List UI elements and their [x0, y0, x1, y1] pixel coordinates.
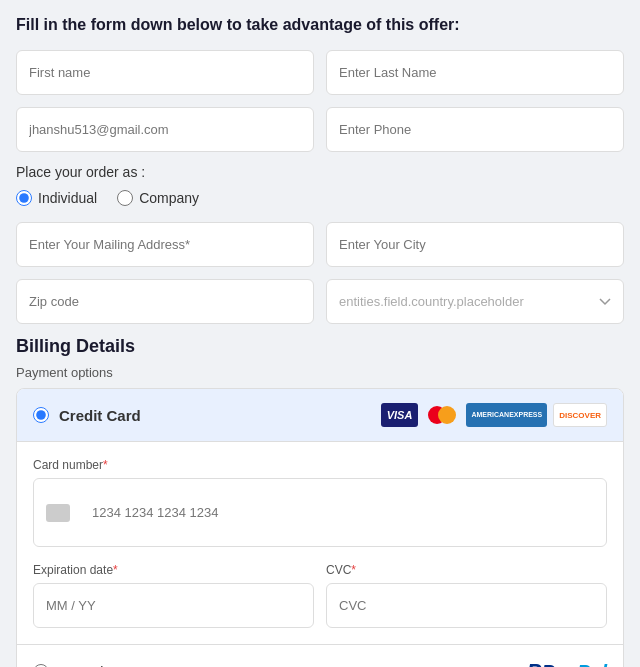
contact-row — [16, 107, 624, 152]
card-number-input-wrap — [33, 478, 607, 547]
billing-title: Billing Details — [16, 336, 624, 357]
order-as-label: Place your order as : — [16, 164, 624, 180]
address-row — [16, 222, 624, 267]
card-number-input[interactable] — [80, 491, 594, 534]
address-field — [16, 222, 314, 267]
payment-section: Credit Card VISA AMERICAN EXPRESS DISCOV… — [16, 388, 624, 667]
card-number-label: Card number* — [33, 458, 607, 472]
first-name-input[interactable] — [16, 50, 314, 95]
visa-icon: VISA — [381, 403, 419, 427]
paypal-p-icon: P — [527, 659, 542, 667]
cvc-label: CVC* — [326, 563, 607, 577]
expiry-required-star: * — [113, 563, 118, 577]
individual-label: Individual — [38, 190, 97, 206]
expiry-field: Expiration date* — [33, 563, 314, 628]
card-chip-icon — [46, 504, 70, 522]
card-required-star: * — [103, 458, 108, 472]
credit-card-header: Credit Card VISA AMERICAN EXPRESS DISCOV… — [17, 389, 623, 442]
form-container: Fill in the form down below to take adva… — [16, 16, 624, 667]
paypal-logo-text: PayPal — [541, 661, 607, 668]
expiry-label: Expiration date* — [33, 563, 314, 577]
cvc-required-star: * — [351, 563, 356, 577]
country-select[interactable]: entities.field.country.placeholder — [326, 279, 624, 324]
expiry-cvc-row: Expiration date* CVC* — [33, 563, 607, 628]
paypal-option: PayPal P PayPal — [17, 644, 623, 667]
individual-option[interactable]: Individual — [16, 190, 97, 206]
name-row — [16, 50, 624, 95]
phone-field — [326, 107, 624, 152]
first-name-field — [16, 50, 314, 95]
company-label: Company — [139, 190, 199, 206]
company-radio[interactable] — [117, 190, 133, 206]
last-name-field — [326, 50, 624, 95]
email-field — [16, 107, 314, 152]
credit-card-label: Credit Card — [59, 407, 141, 424]
credit-card-header-left: Credit Card — [33, 407, 141, 424]
paypal-logo: P PayPal — [527, 659, 607, 667]
order-type-group: Individual Company — [16, 190, 624, 206]
city-input[interactable] — [326, 222, 624, 267]
zip-country-row: entities.field.country.placeholder — [16, 279, 624, 324]
country-field: entities.field.country.placeholder — [326, 279, 624, 324]
form-title: Fill in the form down below to take adva… — [16, 16, 624, 34]
individual-radio[interactable] — [16, 190, 32, 206]
city-field — [326, 222, 624, 267]
address-input[interactable] — [16, 222, 314, 267]
credit-card-radio[interactable] — [33, 407, 49, 423]
email-input[interactable] — [16, 107, 314, 152]
discover-icon: DISCOVER — [553, 403, 607, 427]
expiry-input[interactable] — [33, 583, 314, 628]
zip-field — [16, 279, 314, 324]
phone-input[interactable] — [326, 107, 624, 152]
card-form: Card number* Expiration date* CVC* — [17, 442, 623, 644]
mc-orange-circle — [438, 406, 456, 424]
card-icons: VISA AMERICAN EXPRESS DISCOVER — [381, 403, 607, 427]
mastercard-icon — [424, 403, 460, 427]
cvc-input[interactable] — [326, 583, 607, 628]
last-name-input[interactable] — [326, 50, 624, 95]
payment-options-label: Payment options — [16, 365, 624, 380]
company-option[interactable]: Company — [117, 190, 199, 206]
amex-icon: AMERICAN EXPRESS — [466, 403, 547, 427]
card-number-group: Card number* — [33, 458, 607, 547]
cvc-field: CVC* — [326, 563, 607, 628]
zip-input[interactable] — [16, 279, 314, 324]
